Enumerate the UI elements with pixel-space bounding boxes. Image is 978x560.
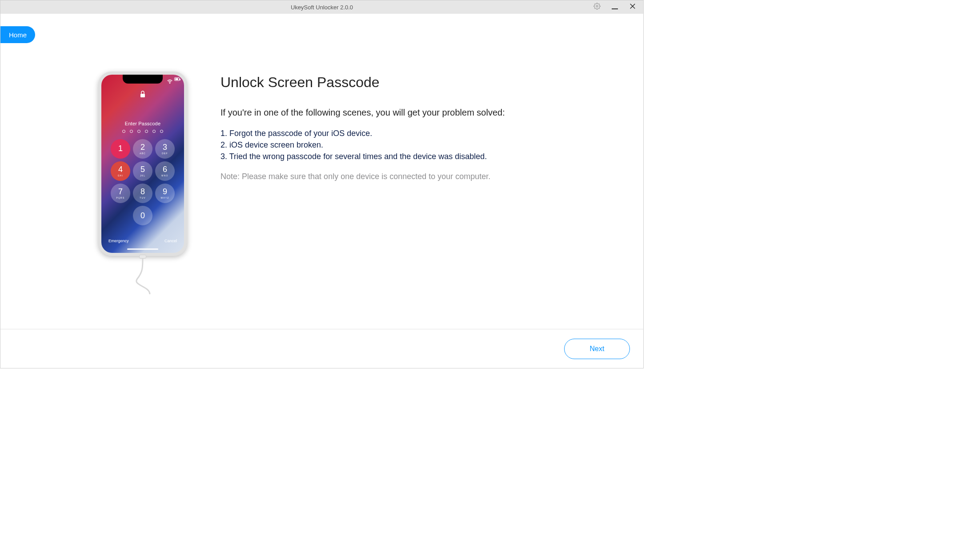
settings-button[interactable] [588, 0, 606, 14]
battery-icon [174, 77, 180, 81]
next-button[interactable]: Next [564, 339, 630, 359]
page-heading: Unlock Screen Passcode [220, 74, 608, 91]
passcode-dots [122, 130, 163, 133]
keypad-key-7: 7PQRS [111, 184, 130, 203]
footer: Next [0, 329, 643, 368]
note-text: Note: Please make sure that only one dev… [220, 172, 608, 181]
titlebar: UkeySoft Unlocker 2.0.0 [0, 0, 643, 14]
home-indicator [127, 248, 158, 250]
keypad-key-4: 4GHI [111, 161, 130, 181]
next-button-label: Next [590, 345, 605, 353]
text-column: Unlock Screen Passcode If you're in one … [220, 72, 608, 181]
app-window: UkeySoft Unlocker 2.0.0 Home [0, 0, 644, 368]
svg-point-0 [596, 5, 598, 7]
home-button-label: Home [9, 31, 27, 39]
keypad-key-3: 3DEF [155, 139, 175, 159]
home-button[interactable]: Home [0, 26, 35, 43]
wifi-icon [167, 77, 172, 81]
phone-cable [140, 256, 145, 296]
phone-body: Enter Passcode 1 2ABC 3DEF 4GHI 5JKL 6MN… [98, 72, 187, 256]
svg-rect-4 [140, 94, 145, 97]
keypad-key-2: 2ABC [133, 139, 152, 159]
enter-passcode-label: Enter Passcode [125, 121, 160, 126]
close-icon [629, 3, 636, 11]
svg-point-3 [169, 83, 170, 84]
keypad-key-6: 6MNO [155, 161, 175, 181]
emergency-label: Emergency [108, 239, 129, 243]
keypad-key-5: 5JKL [133, 161, 152, 181]
keypad-key-0: 0 [133, 206, 152, 225]
phone-illustration: Enter Passcode 1 2ABC 3DEF 4GHI 5JKL 6MN… [96, 72, 189, 296]
keypad: 1 2ABC 3DEF 4GHI 5JKL 6MNO 7PQRS 8TUV 9W… [111, 139, 175, 225]
intro-text: If you're in one of the following scenes… [220, 108, 608, 118]
content-area: Home Enter Passcode [0, 14, 643, 329]
cable-wire-icon [134, 259, 152, 296]
minimize-button[interactable] [606, 0, 624, 14]
main-row: Enter Passcode 1 2ABC 3DEF 4GHI 5JKL 6MN… [96, 72, 608, 296]
keypad-key-9: 9WXYZ [155, 184, 175, 203]
cable-plug-icon [139, 255, 146, 259]
phone-notch [123, 75, 163, 84]
keypad-key-1: 1 [111, 139, 130, 159]
lock-icon [140, 91, 146, 100]
scene-item-2: 2. iOS device screen broken. [220, 139, 608, 151]
titlebar-controls [588, 0, 641, 14]
minimize-icon [612, 8, 618, 9]
window-title: UkeySoft Unlocker 2.0.0 [291, 4, 353, 11]
scene-list: 1. Forgot the passcode of your iOS devic… [220, 128, 608, 162]
scene-item-3: 3. Tried the wrong passcode for several … [220, 151, 608, 162]
cancel-label: Cancel [164, 239, 177, 243]
gear-icon [593, 3, 601, 12]
phone-status-icons [167, 77, 180, 81]
close-button[interactable] [624, 0, 641, 14]
phone-bottom-row: Emergency Cancel [101, 239, 184, 243]
scene-item-1: 1. Forgot the passcode of your iOS devic… [220, 128, 608, 139]
keypad-key-8: 8TUV [133, 184, 152, 203]
phone-screen: Enter Passcode 1 2ABC 3DEF 4GHI 5JKL 6MN… [101, 75, 184, 253]
